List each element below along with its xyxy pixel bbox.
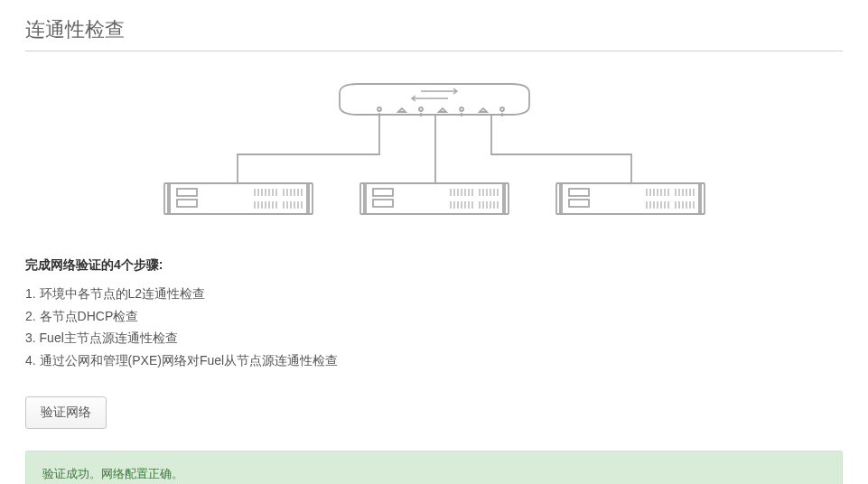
network-topology-diagram [25,60,843,257]
svg-point-3 [500,107,504,111]
success-alert: 验证成功。网络配置正确。 [25,451,843,484]
svg-point-2 [460,107,463,111]
svg-rect-40 [373,200,393,207]
list-item: 4. 通过公网和管理(PXE)网络对Fuel从节点源连通性检查 [25,349,843,372]
svg-point-1 [419,107,423,111]
list-item: 1. 环境中各节点的L2连通性检查 [25,283,843,305]
svg-rect-9 [177,200,197,207]
verify-network-button[interactable]: 验证网络 [25,396,107,429]
topology-illustration [150,66,719,228]
verification-steps-list: 1. 环境中各节点的L2连通性检查 2. 各节点DHCP检查 3. Fuel主节… [25,283,843,371]
list-item: 3. Fuel主节点源连通性检查 [25,327,843,349]
svg-rect-71 [569,200,589,207]
steps-heading: 完成网络验证的4个步骤: [25,257,843,274]
page-title: 连通性检查 [25,16,843,51]
list-item: 2. 各节点DHCP检查 [25,305,843,328]
svg-point-0 [378,107,381,111]
svg-rect-4 [150,116,719,198]
